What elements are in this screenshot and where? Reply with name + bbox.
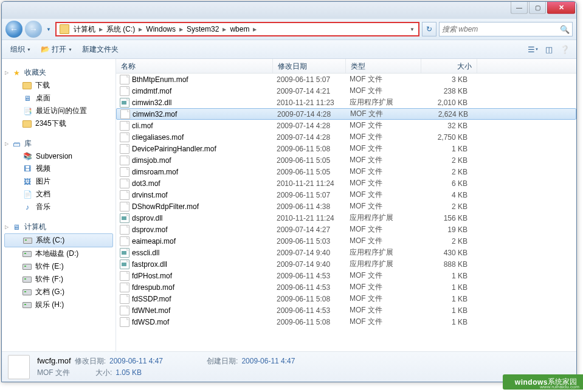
file-name: drvinst.mof bbox=[132, 191, 277, 199]
file-type: MOF 文件 bbox=[350, 236, 425, 246]
file-size: 1 KB bbox=[425, 272, 474, 280]
computer-header[interactable]: ▷🖥计算机 bbox=[2, 221, 116, 233]
history-dropdown[interactable]: ▼ bbox=[44, 23, 53, 35]
sidebar-item-pictures[interactable]: 🖼图片 bbox=[2, 175, 116, 188]
column-date[interactable]: 修改日期 bbox=[273, 59, 346, 73]
file-row[interactable]: cliegaliases.mof2009-07-14 4:28MOF 文件2,7… bbox=[116, 131, 576, 143]
libraries-header[interactable]: ▷🗃库 bbox=[2, 137, 116, 150]
chevron-right-icon[interactable]: ▶ bbox=[98, 27, 104, 32]
sidebar-item-downloads[interactable]: 下载 bbox=[2, 79, 116, 92]
file-list-pane: 名称 修改日期 类型 大小 BthMtpEnum.mof2009-06-11 5… bbox=[116, 59, 576, 351]
file-row[interactable]: eaimeapi.mof2009-06-11 5:03MOF 文件2 KB bbox=[116, 235, 576, 247]
close-button[interactable]: ✕ bbox=[547, 2, 575, 14]
refresh-button[interactable]: ↻ bbox=[422, 22, 436, 36]
address-bar[interactable]: 计算机▶系统 (C:)▶Windows▶System32▶wbem▶ ▼ bbox=[55, 22, 419, 36]
sidebar-item-desktop[interactable]: 🖥桌面 bbox=[2, 92, 116, 105]
chevron-right-icon[interactable]: ▶ bbox=[137, 27, 143, 32]
sidebar-item-drive-d[interactable]: 本地磁盘 (D:) bbox=[2, 247, 116, 260]
crumb-3[interactable]: System32 bbox=[184, 23, 221, 35]
file-row[interactable]: fdWSD.mof2009-06-11 5:08MOF 文件1 KB bbox=[116, 316, 576, 328]
file-row[interactable]: dimsjob.mof2009-06-11 5:05MOF 文件2 KB bbox=[116, 154, 576, 166]
file-row[interactable]: fdWNet.mof2009-06-11 4:53MOF 文件1 KB bbox=[116, 304, 576, 316]
details-file-icon bbox=[8, 355, 30, 379]
sidebar-item-drive-h[interactable]: 娱乐 (H:) bbox=[2, 298, 116, 311]
organize-button[interactable]: 组织▼ bbox=[5, 42, 36, 57]
file-date: 2009-07-14 4:27 bbox=[277, 225, 350, 234]
sidebar-item-2345[interactable]: 2345下载 bbox=[2, 117, 116, 130]
maximize-button[interactable]: ▢ bbox=[529, 2, 546, 14]
file-row[interactable]: dsprov.dll2010-11-21 11:24应用程序扩展156 KB bbox=[116, 212, 576, 224]
file-type: MOF 文件 bbox=[350, 132, 425, 142]
file-row[interactable]: cimdmtf.mof2009-07-14 4:21MOF 文件238 KB bbox=[116, 85, 576, 97]
sidebar-item-recent[interactable]: 📑最近访问的位置 bbox=[2, 105, 116, 117]
libraries-group: ▷🗃库 📚Subversion 🎞视频 🖼图片 📄文档 ♪音乐 bbox=[2, 137, 116, 213]
sidebar-item-drive-c[interactable]: 系统 (C:) bbox=[4, 233, 113, 247]
new-folder-button[interactable]: 新建文件夹 bbox=[77, 42, 123, 57]
column-type[interactable]: 类型 bbox=[346, 59, 421, 73]
chevron-right-icon[interactable]: ▶ bbox=[221, 27, 227, 32]
file-size: 2,750 KB bbox=[425, 133, 474, 142]
file-date: 2010-11-21 11:23 bbox=[277, 98, 350, 107]
file-name: fdSSDP.mof bbox=[132, 295, 277, 303]
file-row[interactable]: fdSSDP.mof2009-06-11 5:08MOF 文件1 KB bbox=[116, 293, 576, 304]
view-button[interactable]: ☰▼ bbox=[525, 43, 541, 56]
sidebar-item-drive-f[interactable]: 软件 (F:) bbox=[2, 273, 116, 286]
chevron-right-icon[interactable]: ▶ bbox=[252, 27, 258, 32]
chevron-right-icon[interactable]: ▶ bbox=[178, 27, 184, 32]
open-button[interactable]: 📂打开▼ bbox=[36, 42, 77, 57]
file-row[interactable]: fastprox.dll2009-07-14 9:40应用程序扩展888 KB bbox=[116, 258, 576, 270]
file-icon bbox=[120, 225, 129, 235]
file-row[interactable]: esscli.dll2009-07-14 9:40应用程序扩展430 KB bbox=[116, 247, 576, 258]
column-size[interactable]: 大小 bbox=[421, 59, 477, 73]
sidebar-item-videos[interactable]: 🎞视频 bbox=[2, 162, 116, 175]
file-row[interactable]: dsprov.mof2009-07-14 4:27MOF 文件19 KB bbox=[116, 224, 576, 235]
file-size: 2 KB bbox=[425, 237, 474, 246]
search-box[interactable]: 🔍 bbox=[439, 22, 573, 36]
file-type: MOF 文件 bbox=[350, 143, 425, 154]
file-type: 应用程序扩展 bbox=[350, 259, 425, 269]
file-size: 156 KB bbox=[425, 214, 474, 222]
search-icon[interactable]: 🔍 bbox=[560, 25, 570, 34]
favorites-header[interactable]: ▷★收藏夹 bbox=[2, 66, 116, 79]
file-row[interactable]: fdrespub.mof2009-06-11 4:53MOF 文件1 KB bbox=[116, 281, 576, 293]
file-size: 2 KB bbox=[425, 202, 474, 211]
minimize-button[interactable]: — bbox=[511, 2, 528, 14]
titlebar[interactable]: — ▢ ✕ bbox=[2, 2, 576, 19]
file-row[interactable]: DShowRdpFilter.mof2009-06-11 4:38MOF 文件2… bbox=[116, 201, 576, 212]
file-row[interactable]: BthMtpEnum.mof2009-06-11 5:07MOF 文件3 KB bbox=[116, 74, 576, 85]
file-size: 2 KB bbox=[425, 168, 474, 176]
file-row[interactable]: cli.mof2009-07-14 4:28MOF 文件32 KB bbox=[116, 120, 576, 131]
file-row[interactable]: dimsroam.mof2009-06-11 5:05MOF 文件2 KB bbox=[116, 166, 576, 177]
column-name[interactable]: 名称 bbox=[116, 59, 273, 73]
file-icon bbox=[120, 317, 129, 327]
sidebar-item-music[interactable]: ♪音乐 bbox=[2, 201, 116, 213]
back-button[interactable]: ← bbox=[5, 21, 22, 38]
forward-button[interactable]: → bbox=[25, 21, 42, 38]
file-row[interactable]: fdPHost.mof2009-06-11 4:53MOF 文件1 KB bbox=[116, 270, 576, 281]
breadcrumb[interactable]: 计算机▶系统 (C:)▶Windows▶System32▶wbem▶ bbox=[71, 23, 407, 35]
search-input[interactable] bbox=[442, 25, 560, 33]
navigation-pane[interactable]: ▷★收藏夹 下载 🖥桌面 📑最近访问的位置 2345下载 ▷🗃库 📚Subver… bbox=[2, 59, 116, 351]
file-row[interactable]: DevicePairingHandler.mof2009-06-11 5:08M… bbox=[116, 143, 576, 154]
file-row[interactable]: cimwin32.dll2010-11-21 11:23应用程序扩展2,010 … bbox=[116, 97, 576, 108]
file-row[interactable]: dot3.mof2010-11-21 11:24MOF 文件6 KB bbox=[116, 177, 576, 189]
column-headers[interactable]: 名称 修改日期 类型 大小 bbox=[116, 59, 576, 74]
crumb-2[interactable]: Windows bbox=[143, 23, 178, 35]
crumb-0[interactable]: 计算机 bbox=[71, 23, 98, 35]
crumb-4[interactable]: wbem bbox=[227, 23, 252, 35]
preview-pane-button[interactable]: ◫ bbox=[541, 43, 557, 56]
file-name: cimdmtf.mof bbox=[132, 87, 277, 95]
sidebar-item-drive-e[interactable]: 软件 (E:) bbox=[2, 260, 116, 273]
address-dropdown[interactable]: ▼ bbox=[407, 27, 417, 32]
file-list[interactable]: BthMtpEnum.mof2009-06-11 5:07MOF 文件3 KBc… bbox=[116, 74, 576, 351]
file-row[interactable]: drvinst.mof2009-06-11 5:07MOF 文件4 KB bbox=[116, 189, 576, 201]
file-row[interactable]: cimwin32.mof2009-07-14 4:28MOF 文件2,624 K… bbox=[116, 108, 576, 120]
file-size: 430 KB bbox=[425, 249, 474, 257]
file-icon bbox=[120, 202, 129, 211]
sidebar-item-subversion[interactable]: 📚Subversion bbox=[2, 150, 116, 162]
file-icon bbox=[120, 121, 129, 131]
sidebar-item-documents[interactable]: 📄文档 bbox=[2, 188, 116, 201]
sidebar-item-drive-g[interactable]: 文档 (G:) bbox=[2, 286, 116, 298]
help-button[interactable]: ❔ bbox=[557, 43, 573, 56]
crumb-1[interactable]: 系统 (C:) bbox=[104, 23, 137, 35]
